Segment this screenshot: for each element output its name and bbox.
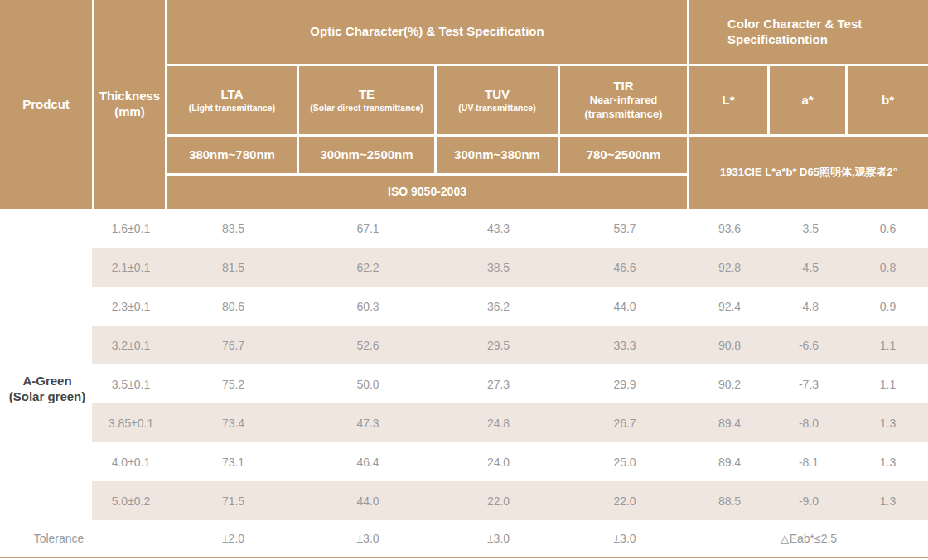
cell-tuv: 36.2 [437,300,560,313]
tolerance-te: ±3.0 [299,532,437,545]
cell-a-star: -4.8 [770,300,848,313]
cell-tir: 53.7 [560,222,689,235]
lta-subtitle: (Light transmittance) [189,103,275,114]
optic-standard-label: ISO 9050-2003 [388,185,466,200]
cell-a-star: -3.5 [770,222,848,235]
cell-lta: 83.5 [167,222,299,235]
table-row: 2.1±0.1 81.5 62.2 38.5 46.6 92.8 -4.5 0.… [0,248,928,287]
thickness-header-label: Thickness [99,89,160,104]
cell-lta: 73.1 [167,456,299,469]
table-row: 4.0±0.1 73.1 46.4 24.0 25.0 89.4 -8.1 1.… [0,442,928,481]
tuv-abbr: TUV [485,87,510,103]
cell-lta: 80.6 [167,300,299,313]
cell-tuv: 24.8 [437,417,560,430]
col-header-product: Prodcut [0,0,92,209]
te-subtitle: (Solar direct transmittance) [310,103,423,114]
cell-tuv: 43.3 [437,222,560,235]
cell-b-star: 1.1 [848,339,928,352]
bottom-rule [0,557,928,558]
cell-tir: 46.6 [560,261,689,274]
cell-te: 62.2 [299,261,437,274]
col-header-l-star: L* [689,66,767,134]
cell-b-star: 1.1 [848,378,928,391]
cell-b-star: 0.6 [848,222,928,235]
cell-te: 46.4 [299,456,437,469]
a-star-label: a* [801,93,813,109]
cell-tuv: 38.5 [437,261,560,274]
cell-thickness: 2.1±0.1 [94,261,167,274]
col-header-tir: TIR Near-infrared (transmittance) [560,66,687,134]
tolerance-tir: ±3.0 [560,532,689,545]
tolerance-lta: ±2.0 [167,532,299,545]
cell-tir: 22.0 [560,495,689,508]
tolerance-row: Tolerance ±2.0 ±3.0 ±3.0 ±3.0 △Eab*≤2.5 [0,520,928,557]
cell-l-star: 92.4 [689,300,770,313]
cell-a-star: -6.6 [770,339,848,352]
col-header-lta: LTA (Light transmittance) [167,66,297,134]
col-header-thickness: Thickness (mm) [94,0,165,209]
cell-b-star: 1.3 [848,456,928,469]
range-tir: 780~2500nm [560,137,687,173]
tolerance-lab: △Eab*≤2.5 [689,532,928,545]
color-section-title-line1: Color Character & Test [727,17,862,32]
cell-b-star: 0.9 [848,300,928,313]
color-standard-cell: 1931CIE L*a*b* D65照明体,观察者2° [689,137,928,209]
tolerance-label: Tolerance [0,532,94,545]
col-header-a-star: a* [770,66,845,134]
tir-range-label: 780~2500nm [587,147,661,163]
color-standard-label: 1931CIE L*a*b* D65照明体,观察者2° [720,166,897,179]
product-spec-table: Prodcut Thickness (mm) Optic Character(%… [0,0,928,560]
range-lta: 380nm~780nm [167,137,297,173]
cell-l-star: 88.5 [689,495,770,508]
section-header-optic: Optic Character(%) & Test Specification [167,0,687,64]
cell-lta: 81.5 [167,261,299,274]
cell-thickness: 1.6±0.1 [94,222,167,235]
table-body: 1.6±0.1 83.5 67.1 43.3 53.7 93.6 -3.5 0.… [0,209,928,557]
table-row: 3.5±0.1 75.2 50.0 27.3 29.9 90.2 -7.3 1.… [0,364,928,403]
table-header: Prodcut Thickness (mm) Optic Character(%… [0,0,928,209]
cell-tir: 25.0 [560,456,689,469]
cell-b-star: 0.8 [848,261,928,274]
cell-a-star: -8.0 [770,417,848,430]
cell-te: 60.3 [299,300,437,313]
cell-te: 47.3 [299,417,437,430]
cell-b-star: 1.3 [848,495,928,508]
color-section-title-line2: Specificationtion [727,32,828,48]
product-header-label: Prodcut [22,97,70,113]
b-star-label: b* [882,93,894,109]
cell-thickness: 3.2±0.1 [94,339,167,352]
product-name: A-Green (Solar green) [0,373,94,404]
cell-thickness: 4.0±0.1 [94,456,167,469]
cell-te: 67.1 [299,222,437,235]
tir-abbr: TIR [613,79,633,94]
col-header-b-star: b* [848,66,928,134]
cell-l-star: 92.8 [689,261,770,274]
table-row: 3.85±0.1 73.4 47.3 24.8 26.7 89.4 -8.0 1… [0,403,928,442]
cell-tuv: 29.5 [437,339,560,352]
table-row: 2.3±0.1 80.6 60.3 36.2 44.0 92.4 -4.8 0.… [0,287,928,326]
cell-thickness: 3.85±0.1 [94,417,167,430]
cell-tir: 44.0 [560,300,689,313]
tir-subtitle: Near-infrared (transmittance) [585,94,663,122]
cell-l-star: 90.2 [689,378,770,391]
cell-thickness: 2.3±0.1 [94,300,167,313]
range-tuv: 300nm~380nm [437,137,558,173]
lta-abbr: LTA [221,87,244,103]
cell-thickness: 5.0±0.2 [94,495,167,508]
cell-tuv: 24.0 [437,456,560,469]
cell-a-star: -7.3 [770,378,848,391]
te-abbr: TE [359,87,375,103]
cell-te: 50.0 [299,378,437,391]
cell-te: 44.0 [299,495,437,508]
tolerance-tuv: ±3.0 [437,532,560,545]
product-name-line1: A-Green [0,373,94,389]
tuv-range-label: 300nm~380nm [454,147,540,163]
cell-lta: 71.5 [167,495,299,508]
table-row: 1.6±0.1 83.5 67.1 43.3 53.7 93.6 -3.5 0.… [0,209,928,248]
cell-lta: 75.2 [167,378,299,391]
l-star-label: L* [723,93,735,109]
table-row: 3.2±0.1 76.7 52.6 29.5 33.3 90.8 -6.6 1.… [0,326,928,364]
cell-b-star: 1.3 [848,417,928,430]
optic-standard-cell: ISO 9050-2003 [167,176,687,209]
cell-tir: 26.7 [560,417,689,430]
